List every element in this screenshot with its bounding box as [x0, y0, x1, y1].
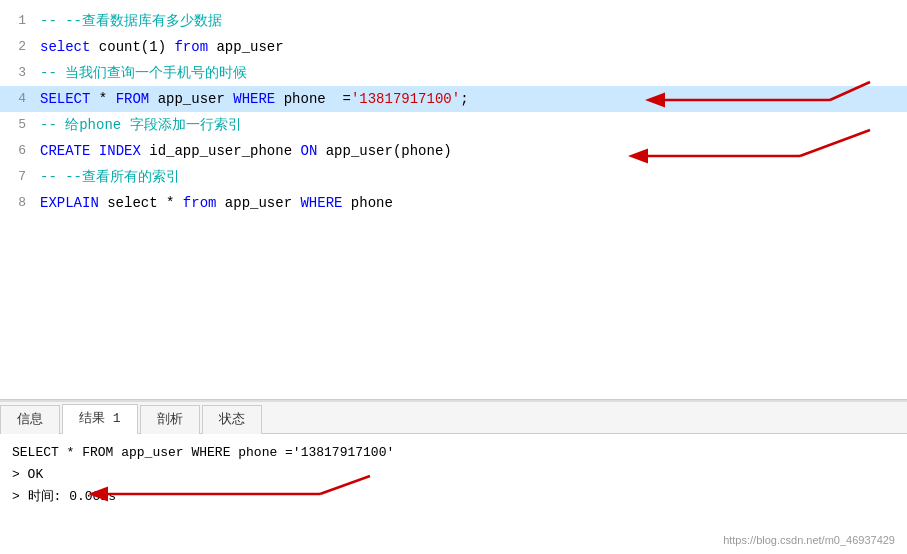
line-number: 4	[0, 86, 36, 112]
result-area: SELECT * FROM app_user WHERE phone ='138…	[0, 434, 907, 554]
line-content: CREATE INDEX id_app_user_phone ON app_us…	[36, 138, 907, 164]
result-time: > 时间: 0.001s	[12, 486, 895, 508]
code-line-5: 5-- 给phone 字段添加一行索引	[0, 112, 907, 138]
result-ok: > OK	[12, 464, 895, 486]
line-content: -- --查看所有的索引	[36, 164, 907, 190]
result-tabs[interactable]: 信息 结果 1 剖析 状态	[0, 402, 907, 434]
code-line-8: 8EXPLAIN select * from app_user WHERE ph…	[0, 190, 907, 216]
line-number: 3	[0, 60, 36, 86]
line-number: 5	[0, 112, 36, 138]
line-number: 1	[0, 8, 36, 34]
line-number: 8	[0, 190, 36, 216]
line-content: SELECT * FROM app_user WHERE phone ='138…	[36, 86, 907, 112]
tab-profiling[interactable]: 剖析	[140, 405, 200, 434]
line-content: -- 给phone 字段添加一行索引	[36, 112, 907, 138]
line-number: 7	[0, 164, 36, 190]
bottom-panel: 信息 结果 1 剖析 状态 SELECT * FROM app_user WHE…	[0, 400, 907, 554]
line-content: EXPLAIN select * from app_user WHERE pho…	[36, 190, 907, 216]
code-line-4: 4SELECT * FROM app_user WHERE phone ='13…	[0, 86, 907, 112]
tab-info[interactable]: 信息	[0, 405, 60, 434]
tab-status[interactable]: 状态	[202, 405, 262, 434]
code-line-6: 6CREATE INDEX id_app_user_phone ON app_u…	[0, 138, 907, 164]
watermark: https://blog.csdn.net/m0_46937429	[723, 534, 895, 546]
line-number: 6	[0, 138, 36, 164]
code-editor[interactable]: 1-- --查看数据库有多少数据2select count(1) from ap…	[0, 0, 907, 400]
line-content: select count(1) from app_user	[36, 34, 907, 60]
code-line-2: 2select count(1) from app_user	[0, 34, 907, 60]
code-line-7: 7-- --查看所有的索引	[0, 164, 907, 190]
line-content: -- 当我们查询一个手机号的时候	[36, 60, 907, 86]
result-query: SELECT * FROM app_user WHERE phone ='138…	[12, 442, 895, 464]
code-line-1: 1-- --查看数据库有多少数据	[0, 8, 907, 34]
line-number: 2	[0, 34, 36, 60]
tab-result1[interactable]: 结果 1	[62, 404, 138, 434]
line-content: -- --查看数据库有多少数据	[36, 8, 907, 34]
code-line-3: 3-- 当我们查询一个手机号的时候	[0, 60, 907, 86]
